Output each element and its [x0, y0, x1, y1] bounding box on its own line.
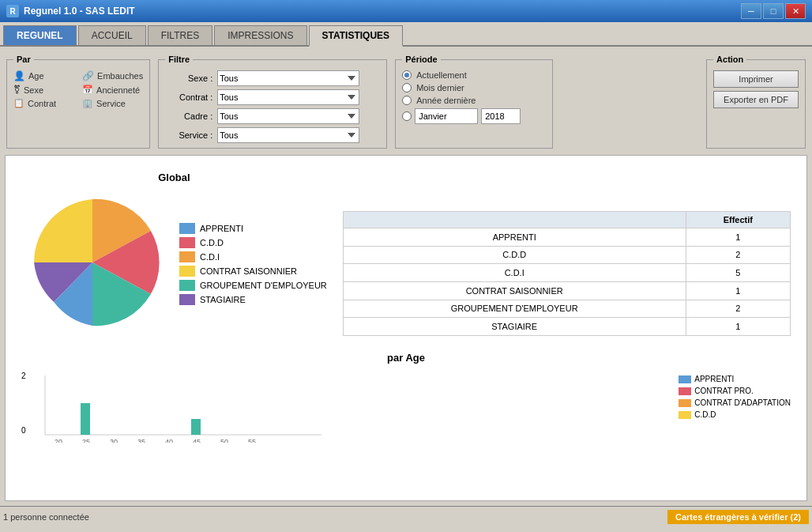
status-bar: 1 personne connectée Cartes étrangères à… — [0, 506, 812, 526]
connected-status: 1 personne connectée — [3, 512, 89, 522]
chart-right: Effectif APPRENTI 1 C.D.D 2 C. — [343, 195, 791, 336]
pie-legend: APPRENTI C.D.D C.D.I CONTRAT SAISON — [179, 223, 327, 305]
contrat-icon: 📋 — [13, 98, 24, 108]
y-label-2: 2 — [21, 372, 26, 380]
table-row: STAGIAIRE 1 — [343, 318, 790, 336]
year-select[interactable]: 201820172016 — [481, 108, 521, 124]
effectif-table: Effectif APPRENTI 1 C.D.D 2 C. — [343, 211, 791, 336]
par-item-anciennete[interactable]: 📅 Ancienneté — [82, 85, 143, 95]
sexe-select[interactable]: TousHommeFemme — [217, 70, 359, 86]
service-icon: 🏢 — [82, 98, 93, 108]
global-section: Global — [13, 164, 799, 344]
tab-regunel[interactable]: REGUNEL — [3, 25, 77, 45]
svg-text:25: 25 — [82, 438, 90, 443]
global-title: Global — [158, 172, 190, 183]
bar-legend-contrat-adaptation: CONTRAT D'ADAPTATION — [679, 398, 791, 407]
bar-legend-apprenti: APPRENTI — [679, 375, 791, 383]
tab-bar: REGUNEL ACCUEIL FILTRES IMPRESSIONS STAT… — [0, 22, 812, 47]
label-annee-derniere: Année dernière — [416, 96, 476, 105]
contrat-select[interactable]: Tous — [217, 89, 359, 105]
bar-legend-contrat-pro: CONTRAT PRO. — [679, 387, 791, 395]
embauches-icon: 🔗 — [82, 70, 94, 81]
svg-text:50: 50 — [220, 438, 228, 443]
y-label-0: 0 — [21, 426, 26, 435]
window-title: Regunel 1.0 - SAS LEDIT — [24, 6, 135, 17]
table-row: CONTRAT SAISONNIER 1 — [343, 281, 790, 300]
month-select[interactable]: JanvierFévrierMars — [415, 108, 478, 124]
sexe-icon: ⚧ — [13, 85, 21, 95]
service-select[interactable]: Tous — [217, 127, 359, 143]
par-item-contrat[interactable]: 📋 Contrat — [13, 98, 74, 108]
legend-cdd: C.D.D — [179, 237, 327, 248]
label-mois-dernier: Mois dernier — [416, 83, 464, 92]
label-actuellement: Actuellement — [416, 70, 467, 80]
imprimer-button[interactable]: Imprimer — [713, 70, 799, 88]
tab-accueil[interactable]: ACCUEIL — [78, 25, 146, 45]
chart-area: Global — [5, 155, 807, 501]
bar-chart-section: par Age 2 0 20 — [13, 344, 799, 451]
radio-annee-derniere[interactable] — [402, 96, 412, 105]
action-group: Action Imprimer Exporter en PDF — [706, 55, 806, 149]
table-row: C.D.D 2 — [343, 246, 790, 264]
legend-apprenti: APPRENTI — [179, 223, 327, 234]
filtre-group: Filtre Sexe : TousHommeFemme Contrat : T… — [158, 55, 387, 149]
cadre-label: Cadre : — [165, 111, 212, 121]
service-filter-label: Service : — [165, 130, 212, 140]
par-item-service[interactable]: 🏢 Service — [82, 98, 143, 108]
contrat-label: Contrat : — [165, 92, 212, 102]
age-icon: 👤 — [13, 70, 25, 81]
anciennete-icon: 📅 — [82, 85, 93, 95]
par-group: Par 👤 Age 🔗 Embauches ⚧ Sexe 📅 Anciennet… — [6, 55, 150, 149]
svg-text:30: 30 — [110, 438, 118, 443]
legend-groupement: GROUPEMENT D'EMPLOYEUR — [179, 280, 327, 291]
main-content: Par 👤 Age 🔗 Embauches ⚧ Sexe 📅 Anciennet… — [0, 47, 812, 506]
svg-rect-3 — [191, 419, 201, 435]
alert-button[interactable]: Cartes étrangères à vérifier (2) — [667, 510, 809, 524]
app-icon: R — [6, 5, 19, 17]
par-legend: Par — [13, 55, 34, 64]
radio-actuellement[interactable] — [402, 70, 412, 80]
svg-text:40: 40 — [165, 438, 173, 443]
minimize-button[interactable]: ─ — [741, 3, 761, 19]
action-legend: Action — [713, 55, 746, 64]
tab-statistiques[interactable]: STATISTIQUES — [309, 25, 404, 47]
title-bar: R Regunel 1.0 - SAS LEDIT ─ □ ✕ — [0, 0, 812, 22]
table-row: GROUPEMENT D'EMPLOYEUR 2 — [343, 300, 790, 318]
par-item-age[interactable]: 👤 Age — [13, 70, 74, 81]
bar-chart-title: par Age — [21, 352, 791, 364]
tab-impressions[interactable]: IMPRESSIONS — [214, 25, 306, 45]
filter-row: Par 👤 Age 🔗 Embauches ⚧ Sexe 📅 Anciennet… — [5, 51, 807, 152]
svg-text:35: 35 — [137, 438, 145, 443]
filtre-legend: Filtre — [165, 55, 193, 64]
bar-legend: APPRENTI CONTRAT PRO. CONTRAT D'ADAPTATI… — [679, 375, 791, 443]
legend-stagiaire: STAGIAIRE — [179, 294, 327, 305]
svg-text:45: 45 — [193, 438, 201, 443]
col-effectif: Effectif — [686, 212, 790, 228]
svg-text:20: 20 — [55, 438, 62, 443]
sexe-label: Sexe : — [165, 74, 212, 83]
svg-text:55: 55 — [248, 438, 256, 443]
radio-mois-dernier[interactable] — [402, 83, 412, 92]
table-row: C.D.I 5 — [343, 264, 790, 282]
cadre-select[interactable]: Tous — [217, 108, 359, 124]
periode-group: Période Actuellement Mois dernier Année … — [395, 55, 553, 149]
legend-cdi: C.D.I — [179, 251, 327, 262]
par-item-sexe[interactable]: ⚧ Sexe — [13, 85, 74, 95]
radio-date-custom[interactable] — [402, 111, 412, 121]
pie-canvas — [21, 191, 164, 336]
bar-legend-cdd: C.D.D — [679, 410, 791, 419]
legend-contrat-saisonnier: CONTRAT SAISONNIER — [179, 266, 327, 277]
svg-rect-2 — [81, 403, 90, 435]
par-item-embauches[interactable]: 🔗 Embauches — [82, 70, 143, 81]
tab-filtres[interactable]: FILTRES — [148, 25, 212, 45]
col-type — [343, 212, 686, 228]
pie-section: Global — [21, 172, 327, 336]
exporter-button[interactable]: Exporter en PDF — [713, 91, 799, 108]
periode-legend: Période — [402, 55, 440, 64]
maximize-button[interactable]: □ — [763, 3, 784, 19]
close-button[interactable]: ✕ — [785, 3, 806, 19]
table-row: APPRENTI 1 — [343, 228, 790, 247]
